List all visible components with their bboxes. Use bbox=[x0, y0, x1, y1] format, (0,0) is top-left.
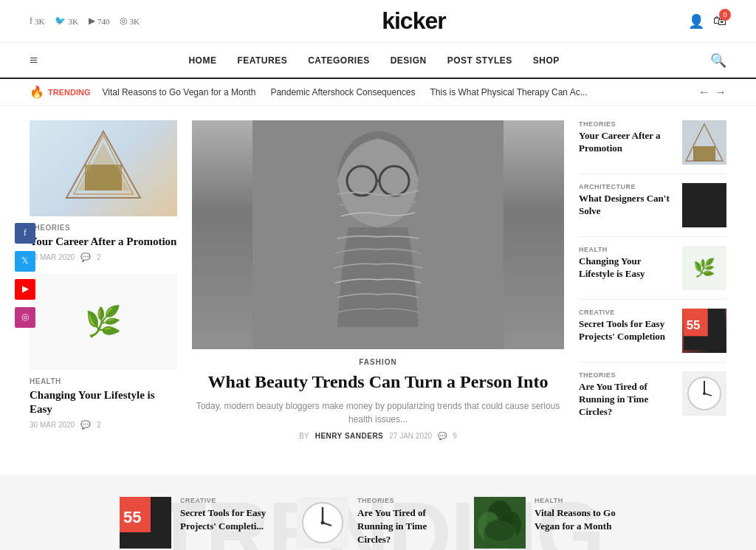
featured-comments: 9 bbox=[453, 432, 457, 440]
nav-design[interactable]: DESIGN bbox=[391, 55, 427, 66]
bottom-thumb-1 bbox=[297, 497, 348, 549]
center-column: FASHION What Beauty Trends Can Turn a Pe… bbox=[192, 120, 564, 460]
nav-categories[interactable]: CATEGORIES bbox=[308, 55, 369, 66]
bc-cat-0: CREATIVE bbox=[180, 497, 282, 504]
trending-item-1[interactable]: Pandemic Aftershock Consequences bbox=[270, 87, 415, 97]
twitter-icon: 🐦 bbox=[55, 16, 66, 27]
left-thumb-0 bbox=[30, 120, 177, 216]
main-content: THEORIES Your Career After a Promotion 3… bbox=[0, 106, 756, 475]
trending-items: Vital Reasons to Go Vegan for a Month Pa… bbox=[102, 87, 687, 97]
right-text-4: THEORIES Are You Tired of Running in Tim… bbox=[579, 371, 675, 419]
header-icons: 👤 🛍 0 bbox=[688, 13, 726, 30]
featured-image bbox=[192, 120, 564, 349]
right-text-1: ARCHITECTURE What Designers Can't Solve bbox=[579, 183, 675, 218]
left-article-1[interactable]: 🌿 HEALTH Changing Your Lifestyle is Easy… bbox=[30, 274, 177, 430]
right-text-2: HEALTH Changing Your Lifestyle is Easy bbox=[579, 246, 675, 281]
right-article-3[interactable]: CREATIVE Secret Tools for Easy Projects'… bbox=[579, 309, 726, 362]
right-cat-0: THEORIES bbox=[579, 120, 675, 128]
bc-title-0: Secret Tools for Easy Projects' Completi… bbox=[180, 506, 282, 533]
search-icon[interactable]: 🔍 bbox=[710, 52, 726, 69]
bottom-cards: 55 CREATIVE Secret Tools for Easy Projec… bbox=[30, 497, 726, 549]
bottom-card-text-0: CREATIVE Secret Tools for Easy Projects'… bbox=[180, 497, 282, 533]
right-thumb-1 bbox=[682, 183, 726, 227]
svg-text:55: 55 bbox=[123, 508, 141, 526]
right-cat-2: HEALTH bbox=[579, 246, 675, 253]
featured-date: 27 JAN 2020 bbox=[389, 432, 432, 440]
featured-author: HENRY SANDERS bbox=[315, 432, 384, 440]
right-cat-3: CREATIVE bbox=[579, 309, 675, 316]
trending-dot-icon: 🔥 bbox=[30, 85, 44, 99]
left-comments-0: 2 bbox=[97, 253, 101, 261]
youtube-icon: ▶ bbox=[89, 16, 95, 27]
left-comments-1: 2 bbox=[97, 421, 101, 429]
nav-home[interactable]: HOME bbox=[188, 55, 216, 66]
trending-prev[interactable]: ← bbox=[698, 86, 710, 99]
left-date-0: 30 MAR 2020 bbox=[30, 253, 75, 261]
trending-next[interactable]: → bbox=[715, 86, 726, 99]
right-article-2[interactable]: HEALTH Changing Your Lifestyle is Easy 🌿 bbox=[579, 246, 726, 300]
bottom-card-text-1: THEORIES Are You Tired of Running in Tim… bbox=[357, 497, 459, 547]
youtube-link[interactable]: ▶ 740 bbox=[89, 16, 110, 27]
bottom-section: TRENDING 55 CREATIVE Secret Tools for Ea… bbox=[0, 475, 756, 550]
svg-text:55: 55 bbox=[687, 318, 701, 332]
cart-icon[interactable]: 🛍 0 bbox=[713, 13, 726, 29]
cart-badge: 0 bbox=[719, 9, 731, 21]
comment-icon-0: 💬 bbox=[80, 252, 91, 262]
bottom-card-2[interactable]: HEALTH Vital Reasons to Go Vegan for a M… bbox=[474, 497, 636, 549]
trending-item-2[interactable]: This is What Physical Therapy Can Ac... bbox=[430, 87, 588, 97]
trending-nav: ← → bbox=[698, 86, 726, 99]
top-bar: f 3K 🐦 3K ▶ 740 ◎ 3K kicker 👤 🛍 0 bbox=[0, 0, 756, 43]
plant-thumb: 🌿 bbox=[30, 274, 177, 370]
sidebar-twitter[interactable]: 𝕏 bbox=[15, 251, 35, 272]
hamburger-menu[interactable]: ≡ bbox=[30, 52, 38, 69]
comment-icon-featured: 💬 bbox=[438, 432, 447, 440]
bc-title-1: Are You Tired of Running in Time Circles… bbox=[357, 506, 459, 547]
right-thumb-3: 55 bbox=[682, 309, 726, 353]
right-article-0[interactable]: THEORIES Your Career After a Promotion bbox=[579, 120, 726, 174]
trending-label: 🔥 TRENDING bbox=[30, 85, 90, 99]
sidebar-facebook[interactable]: f bbox=[15, 223, 35, 244]
trending-text: TRENDING bbox=[48, 88, 90, 97]
left-date-1: 30 MAR 2020 bbox=[30, 421, 75, 429]
social-links: f 3K 🐦 3K ▶ 740 ◎ 3K bbox=[30, 16, 140, 27]
sidebar-instagram[interactable]: ◎ bbox=[15, 307, 35, 328]
svg-rect-11 bbox=[693, 146, 715, 161]
featured-category: FASHION bbox=[192, 358, 564, 366]
svg-point-31 bbox=[485, 519, 515, 541]
facebook-link[interactable]: f 3K bbox=[30, 16, 44, 27]
nav-features[interactable]: FEATURES bbox=[237, 55, 287, 66]
facebook-count: 3K bbox=[35, 17, 44, 26]
nav-shop[interactable]: SHOP bbox=[533, 55, 560, 66]
left-thumb-1: 🌿 bbox=[30, 274, 177, 370]
right-title-2: Changing Your Lifestyle is Easy bbox=[579, 255, 675, 281]
nav-post-styles[interactable]: POST STYLES bbox=[447, 55, 512, 66]
trending-item-0[interactable]: Vital Reasons to Go Vegan for a Month bbox=[102, 87, 255, 97]
main-nav: HOME FEATURES CATEGORIES DESIGN POST STY… bbox=[188, 55, 559, 66]
bottom-thumb-2 bbox=[474, 497, 526, 549]
twitter-link[interactable]: 🐦 3K bbox=[55, 16, 78, 27]
user-icon[interactable]: 👤 bbox=[688, 13, 704, 30]
featured-excerpt: Today, modern beauty bloggers make money… bbox=[192, 399, 564, 426]
facebook-icon: f bbox=[30, 16, 32, 27]
right-thumb-4 bbox=[682, 371, 726, 416]
bottom-card-0[interactable]: 55 CREATIVE Secret Tools for Easy Projec… bbox=[120, 497, 282, 549]
site-logo[interactable]: kicker bbox=[382, 7, 446, 35]
right-article-1[interactable]: ARCHITECTURE What Designers Can't Solve bbox=[579, 183, 726, 237]
right-title-1: What Designers Can't Solve bbox=[579, 193, 675, 218]
right-article-4[interactable]: THEORIES Are You Tired of Running in Tim… bbox=[579, 371, 726, 427]
social-sidebar: f 𝕏 ▶ ◎ bbox=[15, 223, 35, 328]
right-column: THEORIES Your Career After a Promotion A… bbox=[579, 120, 726, 460]
comment-icon-1: 💬 bbox=[80, 420, 91, 430]
featured-title[interactable]: What Beauty Trends Can Turn a Person Int… bbox=[192, 371, 564, 393]
trending-bar: 🔥 TRENDING Vital Reasons to Go Vegan for… bbox=[0, 79, 756, 106]
bottom-card-text-2: HEALTH Vital Reasons to Go Vegan for a M… bbox=[535, 497, 636, 533]
right-title-0: Your Career After a Promotion bbox=[579, 130, 675, 155]
left-article-0[interactable]: THEORIES Your Career After a Promotion 3… bbox=[30, 120, 177, 262]
instagram-link[interactable]: ◎ 3K bbox=[120, 16, 139, 27]
bottom-thumb-0: 55 bbox=[120, 497, 171, 549]
right-thumb-0 bbox=[682, 120, 726, 165]
bottom-card-1[interactable]: THEORIES Are You Tired of Running in Tim… bbox=[297, 497, 459, 549]
right-title-3: Secret Tools for Easy Projects' Completi… bbox=[579, 318, 675, 343]
sidebar-youtube[interactable]: ▶ bbox=[15, 279, 35, 300]
right-thumb-2: 🌿 bbox=[682, 246, 726, 290]
